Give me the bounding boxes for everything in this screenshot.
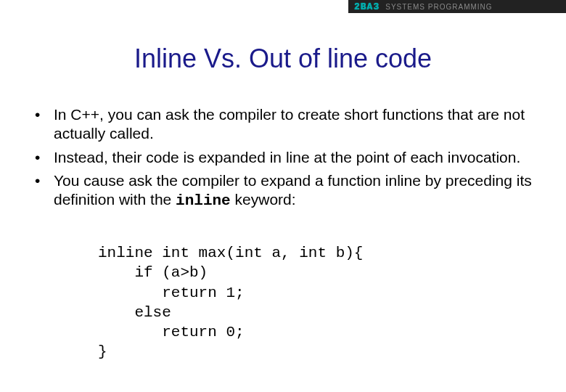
code-block: inline int max(int a, int b){ if (a>b) r…	[98, 243, 363, 362]
bullet-text: Instead, their code is expanded in line …	[54, 149, 520, 166]
list-item: In C++, you can ask the compiler to crea…	[35, 105, 537, 145]
bullet-keyword: inline	[176, 192, 231, 209]
header-course-code: 2BA3	[354, 1, 380, 12]
header-bar: 2BA3 Systems Programming	[348, 0, 566, 13]
bullet-list: In C++, you can ask the compiler to crea…	[35, 105, 537, 213]
list-item: You cause ask the compiler to expand a f…	[35, 171, 537, 211]
slide-title: Inline Vs. Out of line code	[0, 44, 566, 74]
list-item: Instead, their code is expanded in line …	[35, 148, 537, 168]
bullet-text-post: keyword:	[231, 191, 296, 208]
bullet-text: In C++, you can ask the compiler to crea…	[54, 106, 525, 142]
header-course-title: Systems Programming	[385, 3, 492, 11]
